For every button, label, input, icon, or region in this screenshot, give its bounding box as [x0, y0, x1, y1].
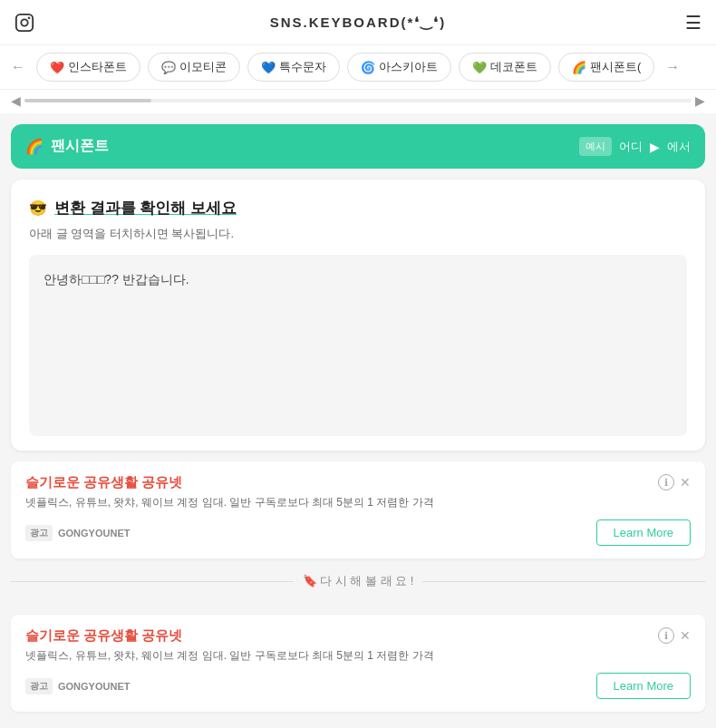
ad-1-label-wrapper: 광고 GONGYOUNET — [25, 525, 130, 541]
nav-wrapper: ← ❤️ 인스타폰트 💬 이모티콘 💙 특수문자 🌀 아스키아트 💚 데코폰트 … — [0, 45, 716, 90]
ad-1-title[interactable]: 슬기로운 공유생활 공유넷 — [25, 474, 182, 491]
ad-1-badge: 광고 — [25, 525, 53, 541]
ad-2-footer: 광고 GONGYOUNET Learn More — [25, 673, 691, 699]
nav-right-arrow[interactable]: → — [662, 59, 683, 75]
fancy-section-emoji: 🌈 — [25, 138, 44, 155]
main-content: 🌈 팬시폰트 예시 어디 ▶ 에서 😎 변환 결과를 확인해 보세요 아래 글 … — [0, 124, 716, 728]
ascii-emoji: 🌀 — [361, 61, 375, 74]
divider-emoji: 🔖 — [303, 574, 321, 587]
ad-2-desc: 넷플릭스, 유튜브, 왓챠, 웨이브 계정 임대. 일반 구독로보다 최대 5분… — [25, 648, 691, 664]
result-title-emoji: 😎 — [29, 199, 47, 217]
divider-line-right — [422, 581, 705, 582]
nav-scrollbar-track — [24, 99, 692, 102]
ad-2-title[interactable]: 슬기로운 공유생활 공유넷 — [25, 627, 182, 645]
ad-2-label-wrapper: 광고 GONGYOUNET — [25, 678, 130, 694]
emoticon-label: 이모티콘 — [179, 59, 227, 75]
header: SNS.KEYBOARD(*❛‿❛) ☰ — [0, 0, 716, 45]
result-subtitle: 아래 글 영역을 터치하시면 복사됩니다. — [29, 226, 687, 242]
nav-tab-fancy[interactable]: 🌈 팬시폰트( — [558, 53, 654, 82]
nav-scrollbar-thumb — [24, 99, 151, 102]
result-title-row: 😎 변환 결과를 확인해 보세요 — [29, 198, 687, 218]
nav-tab-instafont[interactable]: ❤️ 인스타폰트 — [36, 53, 140, 82]
ad-block-1: 슬기로운 공유생활 공유넷 ℹ ✕ 넷플릭스, 유튜브, 왓챠, 웨이브 계정 … — [11, 461, 705, 558]
special-emoji: 💙 — [261, 61, 276, 74]
ad-2-source: GONGYOUNET — [58, 681, 130, 692]
nav-tab-emoticon[interactable]: 💬 이모티콘 — [148, 53, 240, 82]
menu-icon[interactable]: ☰ — [685, 12, 701, 34]
result-title-text: 변환 결과를 확인해 보세요 — [54, 198, 237, 218]
special-label: 특수문자 — [279, 59, 326, 75]
ad-2-badge: 광고 — [25, 678, 53, 694]
result-textarea[interactable]: 안녕하□□□?? 반갑습니다. — [29, 255, 687, 436]
ad-2-header: 슬기로운 공유생활 공유넷 ℹ ✕ — [25, 627, 691, 645]
nav-tab-deco[interactable]: 💚 데코폰트 — [459, 53, 551, 82]
nav-tab-special[interactable]: 💙 특수문자 — [247, 53, 340, 82]
fancy-label: 팬시폰트( — [590, 59, 641, 75]
ad-2-icons: ℹ ✕ — [658, 627, 691, 644]
ad-1-close-icon[interactable]: ✕ — [680, 475, 691, 490]
nav-scroll: ← ❤️ 인스타폰트 💬 이모티콘 💙 특수문자 🌀 아스키아트 💚 데코폰트 … — [0, 53, 716, 82]
instafont-label: 인스타폰트 — [68, 59, 127, 75]
result-box: 😎 변환 결과를 확인해 보세요 아래 글 영역을 터치하시면 복사됩니다. 안… — [11, 180, 705, 451]
header-logo: SNS.KEYBOARD(*❛‿❛) — [270, 15, 447, 31]
usage-text: 에서 — [667, 139, 691, 155]
ascii-label: 아스키아트 — [379, 59, 438, 75]
ad-block-2: 슬기로운 공유생활 공유넷 ℹ ✕ 넷플릭스, 유튜브, 왓챠, 웨이브 계정 … — [11, 615, 705, 712]
scroll-right-indicator: ▶ — [692, 93, 709, 108]
divider-line-left — [11, 581, 294, 582]
deco-emoji: 💚 — [472, 61, 487, 74]
deco-label: 데코폰트 — [490, 59, 537, 75]
header-right: ☰ — [685, 12, 701, 34]
ad-1-desc: 넷플릭스, 유튜브, 왓챠, 웨이브 계정 임대. 일반 구독로보다 최대 5분… — [25, 495, 691, 510]
emoticon-emoji: 💬 — [161, 61, 176, 74]
arrow-icon: ▶ — [650, 140, 660, 154]
header-left — [15, 13, 34, 33]
instagram-icon[interactable] — [15, 13, 34, 33]
green-section-left: 🌈 팬시폰트 — [25, 137, 109, 156]
ad-1-footer: 광고 GONGYOUNET Learn More — [25, 519, 691, 546]
scroll-left-indicator: ◀ — [7, 93, 24, 108]
where-text: 어디 — [619, 139, 643, 155]
fancy-emoji: 🌈 — [572, 61, 586, 74]
nav-tab-ascii[interactable]: 🌀 아스키아트 — [347, 53, 451, 82]
nav-scrollbar-wrapper: ◀ ▶ — [0, 90, 716, 113]
ad-1-header: 슬기로운 공유생활 공유넷 ℹ ✕ — [25, 474, 691, 491]
svg-point-1 — [21, 19, 27, 25]
example-badge: 예시 — [579, 137, 612, 156]
green-section-right: 예시 어디 ▶ 에서 — [579, 137, 691, 156]
ad-2-info-icon[interactable]: ℹ — [658, 627, 674, 644]
green-section: 🌈 팬시폰트 예시 어디 ▶ 에서 — [11, 124, 705, 169]
svg-point-2 — [29, 17, 30, 18]
nav-left-arrow[interactable]: ← — [7, 59, 29, 75]
svg-rect-0 — [16, 14, 33, 30]
ad-2-learn-more-button[interactable]: Learn More — [596, 673, 691, 699]
ad-2-close-icon[interactable]: ✕ — [680, 628, 691, 643]
green-section-title: 팬시폰트 — [51, 137, 109, 156]
instafont-emoji: ❤️ — [50, 61, 64, 74]
ad-1-learn-more-button[interactable]: Learn More — [596, 519, 691, 546]
ad-1-icons: ℹ ✕ — [658, 474, 691, 490]
divider-text: 🔖 다 시 해 볼 래 요 ! — [303, 573, 414, 589]
ad-1-source: GONGYOUNET — [58, 528, 130, 539]
ad-1-info-icon[interactable]: ℹ — [658, 474, 674, 490]
divider-section: 🔖 다 시 해 볼 래 요 ! — [0, 558, 716, 604]
